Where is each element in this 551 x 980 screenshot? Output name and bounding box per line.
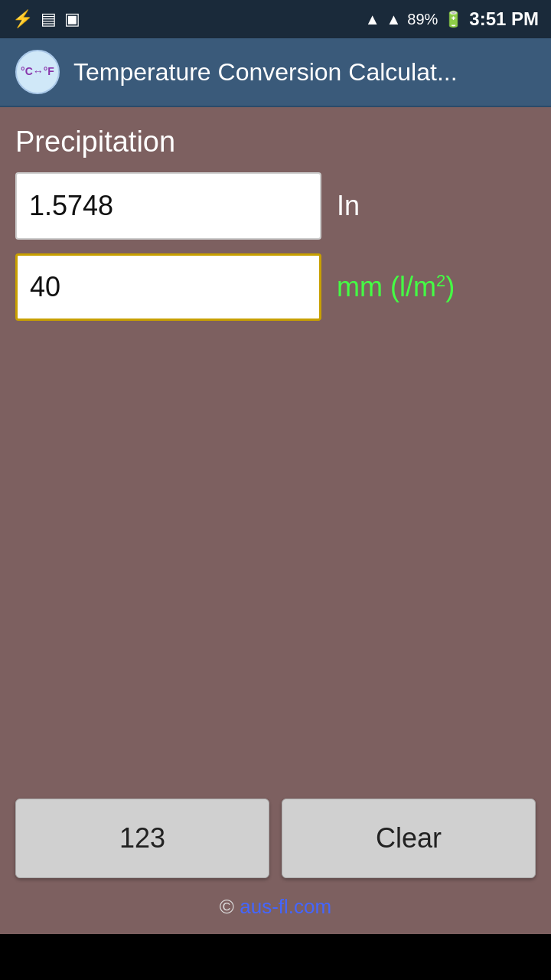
input-mm[interactable] [15,253,321,321]
app-icon-text: °C↔°F [21,66,54,77]
nav-bar [0,934,551,980]
battery-icon: 🔋 [444,10,463,28]
footer: © aus-fl.com [0,887,551,934]
section-title: Precipitation [15,126,536,158]
unit-inches: In [337,190,360,222]
wifi-icon: ▲ [365,11,380,28]
app-bar: °C↔°F Temperature Conversion Calculat... [0,38,551,107]
input-row-inches: In [15,172,536,240]
image-icon: ▣ [64,9,80,29]
app-icon: °C↔°F [15,50,60,94]
input-row-mm: mm (l/m2) [15,253,536,321]
numeric-button[interactable]: 123 [15,799,269,878]
clear-button[interactable]: Clear [282,799,536,878]
app-title: Temperature Conversion Calculat... [73,58,458,87]
main-content: Precipitation In mm (l/m2) [0,107,551,783]
battery-percent: 89% [407,11,438,28]
status-bar: ⚡ ▤ ▣ ▲ ▲ 89% 🔋 3:51 PM [0,0,551,38]
signal-icon: ▲ [386,11,401,28]
footer-link[interactable]: aus-fl.com [240,895,331,918]
copyright-symbol: © [220,895,234,918]
bottom-buttons: 123 Clear [0,783,551,887]
status-icons-left: ⚡ ▤ ▣ [12,9,80,29]
sim-icon: ▤ [41,9,57,29]
unit-mm: mm (l/m2) [337,271,455,303]
status-icons-right: ▲ ▲ 89% 🔋 3:51 PM [365,8,539,30]
status-time: 3:51 PM [469,8,539,30]
usb-icon: ⚡ [12,9,33,29]
input-inches[interactable] [15,172,321,240]
